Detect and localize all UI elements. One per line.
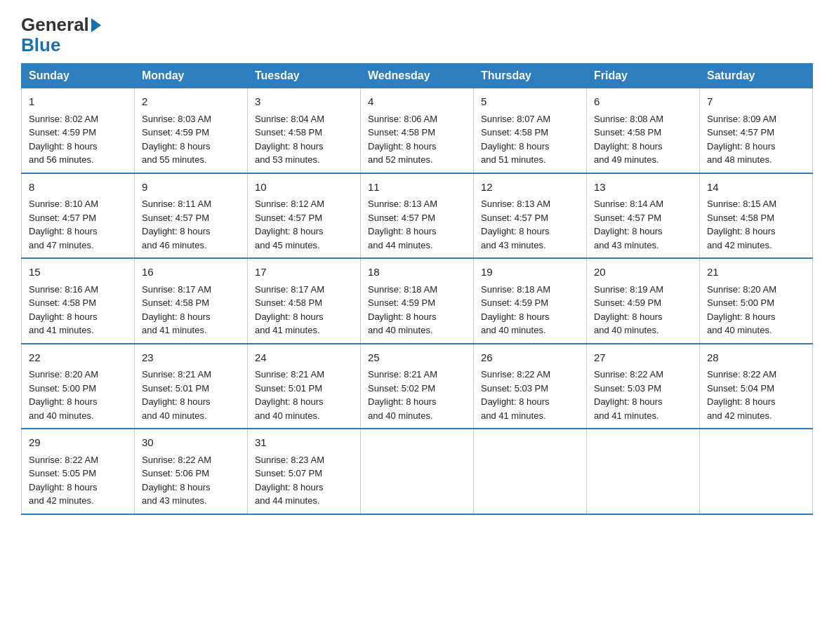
day-info: Sunrise: 8:22 AMSunset: 5:03 PMDaylight:… xyxy=(481,369,550,421)
day-number: 5 xyxy=(481,94,579,110)
day-info: Sunrise: 8:13 AMSunset: 4:57 PMDaylight:… xyxy=(368,199,437,250)
day-info: Sunrise: 8:14 AMSunset: 4:57 PMDaylight:… xyxy=(594,199,663,250)
day-info: Sunrise: 8:12 AMSunset: 4:57 PMDaylight:… xyxy=(255,199,324,250)
day-info: Sunrise: 8:23 AMSunset: 5:07 PMDaylight:… xyxy=(255,455,324,507)
calendar-cell: 10 Sunrise: 8:12 AMSunset: 4:57 PMDaylig… xyxy=(248,173,361,259)
day-number: 1 xyxy=(29,94,127,110)
day-number: 8 xyxy=(29,180,127,196)
calendar-cell: 28 Sunrise: 8:22 AMSunset: 5:04 PMDaylig… xyxy=(700,344,813,429)
day-number: 25 xyxy=(368,350,466,366)
calendar-cell: 30 Sunrise: 8:22 AMSunset: 5:06 PMDaylig… xyxy=(135,429,248,514)
logo: General Blue xyxy=(21,14,103,56)
calendar-cell: 17 Sunrise: 8:17 AMSunset: 4:58 PMDaylig… xyxy=(248,258,361,344)
calendar-header: SundayMondayTuesdayWednesdayThursdayFrid… xyxy=(22,64,813,88)
logo-blue-word: Blue xyxy=(21,34,60,56)
day-number: 18 xyxy=(368,264,466,281)
day-number: 11 xyxy=(368,180,466,196)
calendar-cell: 7 Sunrise: 8:09 AMSunset: 4:57 PMDayligh… xyxy=(700,88,813,173)
week-row-3: 15 Sunrise: 8:16 AMSunset: 4:58 PMDaylig… xyxy=(22,258,813,344)
day-number: 6 xyxy=(594,94,692,110)
calendar-cell: 13 Sunrise: 8:14 AMSunset: 4:57 PMDaylig… xyxy=(587,173,700,259)
calendar-cell: 4 Sunrise: 8:06 AMSunset: 4:58 PMDayligh… xyxy=(361,88,474,173)
week-row-4: 22 Sunrise: 8:20 AMSunset: 5:00 PMDaylig… xyxy=(22,344,813,429)
week-row-1: 1 Sunrise: 8:02 AMSunset: 4:59 PMDayligh… xyxy=(22,88,813,173)
day-info: Sunrise: 8:18 AMSunset: 4:59 PMDaylight:… xyxy=(481,284,550,336)
day-info: Sunrise: 8:03 AMSunset: 4:59 PMDaylight:… xyxy=(142,114,211,166)
day-info: Sunrise: 8:22 AMSunset: 5:06 PMDaylight:… xyxy=(142,455,211,507)
calendar-cell: 21 Sunrise: 8:20 AMSunset: 5:00 PMDaylig… xyxy=(700,258,813,344)
calendar-cell: 12 Sunrise: 8:13 AMSunset: 4:57 PMDaylig… xyxy=(474,173,587,259)
weekday-header-sunday: Sunday xyxy=(22,64,135,88)
day-number: 16 xyxy=(142,264,240,281)
day-number: 17 xyxy=(255,264,353,281)
calendar-cell: 3 Sunrise: 8:04 AMSunset: 4:58 PMDayligh… xyxy=(248,88,361,173)
weekday-header-thursday: Thursday xyxy=(474,64,587,88)
weekday-header-friday: Friday xyxy=(587,64,700,88)
day-info: Sunrise: 8:10 AMSunset: 4:57 PMDaylight:… xyxy=(29,199,98,250)
day-info: Sunrise: 8:09 AMSunset: 4:57 PMDaylight:… xyxy=(707,114,776,166)
calendar-cell: 26 Sunrise: 8:22 AMSunset: 5:03 PMDaylig… xyxy=(474,344,587,429)
day-number: 15 xyxy=(29,264,127,281)
week-row-5: 29 Sunrise: 8:22 AMSunset: 5:05 PMDaylig… xyxy=(22,429,813,514)
day-number: 2 xyxy=(142,94,240,110)
day-number: 9 xyxy=(142,180,240,196)
calendar-cell: 23 Sunrise: 8:21 AMSunset: 5:01 PMDaylig… xyxy=(135,344,248,429)
calendar-cell: 27 Sunrise: 8:22 AMSunset: 5:03 PMDaylig… xyxy=(587,344,700,429)
calendar-cell: 1 Sunrise: 8:02 AMSunset: 4:59 PMDayligh… xyxy=(22,88,135,173)
calendar-cell: 25 Sunrise: 8:21 AMSunset: 5:02 PMDaylig… xyxy=(361,344,474,429)
calendar-cell xyxy=(587,429,700,514)
calendar-cell: 9 Sunrise: 8:11 AMSunset: 4:57 PMDayligh… xyxy=(135,173,248,259)
week-row-2: 8 Sunrise: 8:10 AMSunset: 4:57 PMDayligh… xyxy=(22,173,813,259)
calendar-cell: 22 Sunrise: 8:20 AMSunset: 5:00 PMDaylig… xyxy=(22,344,135,429)
day-info: Sunrise: 8:17 AMSunset: 4:58 PMDaylight:… xyxy=(142,284,211,336)
calendar-cell: 16 Sunrise: 8:17 AMSunset: 4:58 PMDaylig… xyxy=(135,258,248,344)
day-number: 28 xyxy=(707,350,805,366)
day-number: 14 xyxy=(707,180,805,196)
weekday-header-saturday: Saturday xyxy=(700,64,813,88)
day-info: Sunrise: 8:22 AMSunset: 5:03 PMDaylight:… xyxy=(594,369,663,421)
calendar-cell: 14 Sunrise: 8:15 AMSunset: 4:58 PMDaylig… xyxy=(700,173,813,259)
day-number: 22 xyxy=(29,350,127,366)
day-number: 7 xyxy=(707,94,805,110)
day-number: 24 xyxy=(255,350,353,366)
calendar-cell: 11 Sunrise: 8:13 AMSunset: 4:57 PMDaylig… xyxy=(361,173,474,259)
day-info: Sunrise: 8:16 AMSunset: 4:58 PMDaylight:… xyxy=(29,284,98,336)
weekday-header-wednesday: Wednesday xyxy=(361,64,474,88)
day-info: Sunrise: 8:17 AMSunset: 4:58 PMDaylight:… xyxy=(255,284,324,336)
weekday-header-monday: Monday xyxy=(135,64,248,88)
day-info: Sunrise: 8:22 AMSunset: 5:05 PMDaylight:… xyxy=(29,455,98,507)
day-number: 26 xyxy=(481,350,579,366)
calendar-cell: 20 Sunrise: 8:19 AMSunset: 4:59 PMDaylig… xyxy=(587,258,700,344)
day-info: Sunrise: 8:20 AMSunset: 5:00 PMDaylight:… xyxy=(29,369,98,421)
day-info: Sunrise: 8:20 AMSunset: 5:00 PMDaylight:… xyxy=(707,284,776,336)
day-number: 27 xyxy=(594,350,692,366)
logo-general-text: General xyxy=(21,14,89,36)
day-info: Sunrise: 8:02 AMSunset: 4:59 PMDaylight:… xyxy=(29,114,98,166)
weekday-header-tuesday: Tuesday xyxy=(248,64,361,88)
day-info: Sunrise: 8:21 AMSunset: 5:01 PMDaylight:… xyxy=(255,369,324,421)
calendar-cell: 29 Sunrise: 8:22 AMSunset: 5:05 PMDaylig… xyxy=(22,429,135,514)
day-number: 12 xyxy=(481,180,579,196)
day-number: 3 xyxy=(255,94,353,110)
day-number: 10 xyxy=(255,180,353,196)
calendar-cell: 31 Sunrise: 8:23 AMSunset: 5:07 PMDaylig… xyxy=(248,429,361,514)
day-info: Sunrise: 8:04 AMSunset: 4:58 PMDaylight:… xyxy=(255,114,324,166)
calendar-cell xyxy=(700,429,813,514)
calendar-cell: 5 Sunrise: 8:07 AMSunset: 4:58 PMDayligh… xyxy=(474,88,587,173)
calendar-cell: 24 Sunrise: 8:21 AMSunset: 5:01 PMDaylig… xyxy=(248,344,361,429)
calendar-cell xyxy=(361,429,474,514)
calendar-cell: 8 Sunrise: 8:10 AMSunset: 4:57 PMDayligh… xyxy=(22,173,135,259)
day-info: Sunrise: 8:06 AMSunset: 4:58 PMDaylight:… xyxy=(368,114,437,166)
day-number: 19 xyxy=(481,264,579,281)
calendar-cell xyxy=(474,429,587,514)
calendar-body: 1 Sunrise: 8:02 AMSunset: 4:59 PMDayligh… xyxy=(22,88,813,514)
day-info: Sunrise: 8:15 AMSunset: 4:58 PMDaylight:… xyxy=(707,199,776,250)
page-header: General Blue xyxy=(21,14,813,56)
day-number: 23 xyxy=(142,350,240,366)
calendar-cell: 18 Sunrise: 8:18 AMSunset: 4:59 PMDaylig… xyxy=(361,258,474,344)
calendar-cell: 19 Sunrise: 8:18 AMSunset: 4:59 PMDaylig… xyxy=(474,258,587,344)
day-info: Sunrise: 8:08 AMSunset: 4:58 PMDaylight:… xyxy=(594,114,663,166)
day-number: 20 xyxy=(594,264,692,281)
calendar-cell: 15 Sunrise: 8:16 AMSunset: 4:58 PMDaylig… xyxy=(22,258,135,344)
day-info: Sunrise: 8:11 AMSunset: 4:57 PMDaylight:… xyxy=(142,199,211,250)
